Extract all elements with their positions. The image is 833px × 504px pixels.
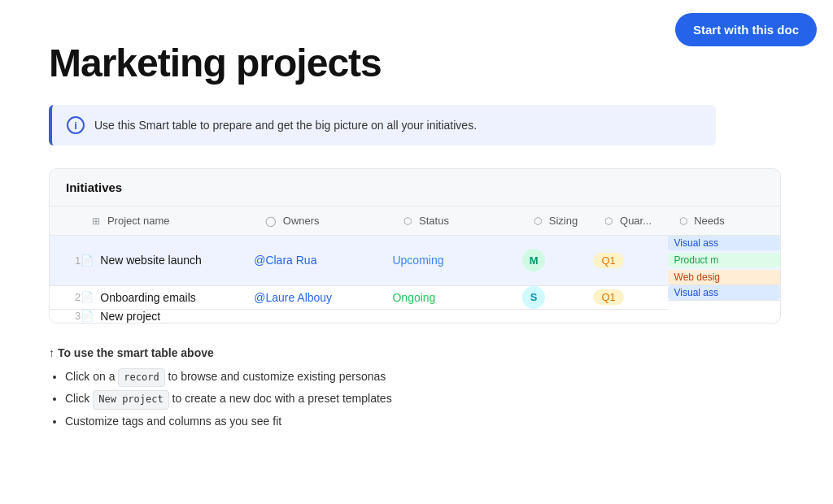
quarter-badge: Q1 [593, 253, 623, 268]
needs-cell[interactable]: Visual assProduct mWeb desig [668, 236, 780, 285]
needs-tag: Product m [668, 253, 780, 267]
status-cell[interactable]: Ongoing [392, 285, 522, 309]
size-badge: M [522, 249, 545, 272]
row-number: 3 [50, 309, 81, 323]
project-name-cell[interactable]: 📄Onboarding emails [81, 285, 254, 309]
project-col-icon: ⊞ [92, 215, 100, 227]
info-icon: i [67, 116, 85, 134]
needs-tag: Visual ass [668, 236, 780, 250]
sizing-cell[interactable]: M [522, 236, 593, 286]
page-title: Marketing projects [49, 41, 784, 85]
quarter-cell[interactable]: Q1 [593, 285, 667, 309]
quarter-col-icon: ⬡ [604, 215, 613, 227]
status-badge: Ongoing [392, 291, 435, 304]
needs-cell[interactable] [668, 309, 780, 323]
col-header-num [50, 206, 81, 236]
table-header-row: ⊞ Project name ◯ Owners ⬡ Status ⬡ Sizin… [50, 206, 780, 236]
project-name-cell[interactable]: 📄New project [81, 309, 254, 323]
status-badge: Upcoming [392, 254, 443, 267]
col-header-sizing: ⬡ Sizing [522, 206, 593, 236]
sizing-cell[interactable] [522, 309, 593, 323]
doc-icon: 📄 [81, 291, 94, 303]
initiatives-table-section: Initiatives ⊞ Project name ◯ Owners ⬡ St [49, 168, 781, 324]
main-content: Marketing projects i Use this Smart tabl… [0, 0, 833, 458]
owner-tag[interactable]: @Clara Rua [254, 254, 316, 267]
owner-cell[interactable] [254, 309, 392, 323]
needs-col-icon: ⬡ [679, 215, 687, 227]
col-header-quarter: ⬡ Quar... [593, 206, 667, 236]
owner-cell[interactable]: @Laure Albouy [254, 285, 392, 309]
owner-tag[interactable]: @Laure Albouy [254, 291, 332, 304]
col-header-status: ⬡ Status [392, 206, 522, 236]
doc-icon: 📄 [81, 310, 94, 322]
info-box: i Use this Smart table to prepare and ge… [49, 105, 716, 146]
footer-bullets: Click on a record to browse and customiz… [65, 367, 716, 432]
footer-bullet-1: Click on a record to browse and customiz… [65, 367, 716, 388]
record-code: record [118, 368, 164, 388]
start-with-doc-button[interactable]: Start with this doc [675, 13, 817, 46]
sizing-col-icon: ⬡ [534, 215, 542, 227]
status-col-icon: ⬡ [403, 215, 412, 227]
table-row[interactable]: 2📄Onboarding emails@Laure AlbouyOngoingS… [50, 285, 780, 309]
needs-cell[interactable]: Visual ass [668, 285, 780, 301]
footer-bullet-2: Click New project to create a new doc wi… [65, 389, 716, 410]
size-badge: S [522, 286, 545, 309]
table-section-title: Initiatives [50, 169, 780, 206]
new-project-code: New project [93, 390, 168, 410]
owner-cell[interactable]: @Clara Rua [254, 236, 392, 286]
project-name-text: New website launch [100, 254, 202, 267]
needs-tag: Visual ass [668, 285, 780, 300]
footer-instructions: ↑ To use the smart table above Click on … [49, 343, 716, 432]
row-number: 2 [50, 285, 81, 309]
project-name-text: New project [100, 310, 160, 323]
doc-icon: 📄 [81, 254, 94, 267]
sizing-cell[interactable]: S [522, 285, 593, 309]
project-name-text: Onboarding emails [100, 291, 196, 304]
quarter-cell[interactable] [593, 309, 667, 323]
table-row[interactable]: 3📄New project [50, 309, 780, 323]
status-cell[interactable] [392, 309, 522, 323]
col-header-needs: ⬡ Needs [668, 206, 780, 236]
footer-bullet-3: Customize tags and columns as you see fi… [65, 411, 716, 432]
project-name-cell[interactable]: 📄New website launch [81, 236, 254, 286]
table-row[interactable]: 1📄New website launch@Clara RuaUpcomingMQ… [50, 236, 780, 286]
status-cell[interactable]: Upcoming [392, 236, 522, 286]
col-header-project: ⊞ Project name [81, 206, 254, 236]
owners-col-icon: ◯ [265, 215, 276, 227]
col-header-owners: ◯ Owners [254, 206, 392, 236]
quarter-cell[interactable]: Q1 [593, 236, 667, 286]
footer-arrow-note: ↑ To use the smart table above [49, 343, 716, 363]
initiatives-table: ⊞ Project name ◯ Owners ⬡ Status ⬡ Sizin… [50, 206, 780, 323]
quarter-badge: Q1 [593, 289, 623, 305]
needs-tag: Web desig [668, 270, 780, 285]
row-number: 1 [50, 236, 81, 286]
info-text: Use this Smart table to prepare and get … [94, 119, 477, 132]
